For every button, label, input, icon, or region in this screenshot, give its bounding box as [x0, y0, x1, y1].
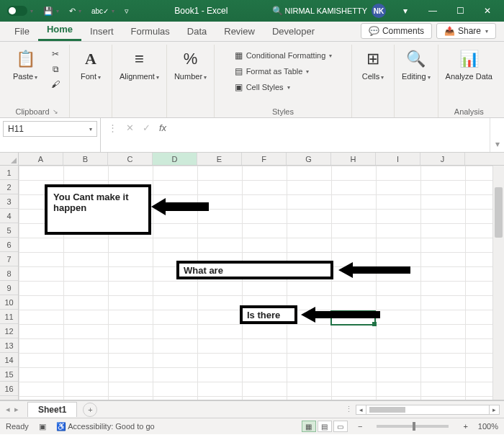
maximize-button[interactable]: ☐: [448, 3, 472, 19]
row-header-1[interactable]: 1: [0, 166, 18, 180]
text-box-2[interactable]: What are: [176, 261, 333, 279]
col-header-E[interactable]: E: [197, 153, 242, 165]
row-header-10[interactable]: 10: [0, 295, 18, 310]
row-header-8[interactable]: 8: [0, 266, 18, 281]
tab-review[interactable]: Review: [215, 22, 264, 41]
col-header-I[interactable]: I: [376, 153, 420, 165]
format-painter-button[interactable]: 🖌: [46, 78, 65, 91]
col-header-F[interactable]: F: [242, 153, 287, 165]
group-clipboard: 📋 Paste▾ ✂ ⧉ 🖌 Clipboard↘: [4, 45, 70, 117]
macro-record-icon[interactable]: ▣: [39, 422, 46, 431]
sheet-tab-sheet1[interactable]: Sheet1: [27, 402, 77, 417]
user-name: NIRMAL KAMISHETTY: [285, 6, 368, 15]
spellcheck-button[interactable]: abc✓▾: [89, 6, 117, 17]
window-title: Book1 - Excel: [132, 6, 270, 16]
formula-more[interactable]: ⋮: [108, 122, 117, 133]
autosave-toggle[interactable]: ▾: [4, 4, 36, 17]
group-cells: ⊞ Cells▾: [352, 45, 395, 117]
analyze-data-button[interactable]: 📊 Analyze Data: [443, 46, 495, 82]
normal-view-button[interactable]: ▦: [302, 421, 316, 432]
status-bar: Ready ▣ ♿ Accessibility: Good to go ▦ ▤ …: [0, 418, 504, 434]
tab-insert[interactable]: Insert: [81, 22, 122, 41]
row-header-15[interactable]: 15: [0, 367, 18, 382]
number-dropdown[interactable]: % Number▾: [171, 46, 210, 82]
tab-file[interactable]: File: [6, 22, 38, 41]
zoom-in-button[interactable]: +: [463, 422, 467, 431]
undo-button[interactable]: ↶▾: [66, 5, 84, 17]
ribbon-display-options[interactable]: ▾: [393, 3, 418, 19]
worksheet-grid[interactable]: ABCDEFGHIJ 12345678910111213141516 You C…: [0, 153, 504, 400]
toggle-icon: [7, 6, 27, 16]
row-header-3[interactable]: 3: [0, 194, 18, 209]
search-button[interactable]: 🔍: [271, 6, 285, 16]
brush-icon: 🖌: [50, 79, 60, 89]
row-header-5[interactable]: 5: [0, 223, 18, 238]
col-header-A[interactable]: A: [19, 153, 63, 165]
status-ready: Ready: [6, 422, 29, 431]
cells-dropdown[interactable]: ⊞ Cells▾: [356, 46, 390, 82]
page-break-view-button[interactable]: ▭: [333, 421, 348, 432]
col-header-B[interactable]: B: [63, 153, 108, 165]
row-header-13[interactable]: 13: [0, 338, 18, 353]
col-header-D[interactable]: D: [153, 153, 197, 165]
tab-split-handle[interactable]: ⋮: [345, 405, 353, 414]
name-box[interactable]: H11 ▾: [3, 121, 97, 137]
select-all-corner[interactable]: [0, 153, 19, 165]
tab-formulas[interactable]: Formulas: [122, 22, 179, 41]
minimize-button[interactable]: —: [420, 3, 445, 19]
row-header-2[interactable]: 2: [0, 180, 18, 194]
text-box-1[interactable]: You Cant make it happen: [45, 184, 151, 235]
row-header-6[interactable]: 6: [0, 238, 18, 252]
col-header-G[interactable]: G: [287, 153, 331, 165]
share-button[interactable]: 📤 Share ▾: [436, 23, 496, 39]
enter-formula-button[interactable]: ✓: [143, 122, 150, 133]
row-header-7[interactable]: 7: [0, 252, 18, 266]
fx-icon[interactable]: fx: [159, 122, 166, 133]
dialog-launcher-icon[interactable]: ↘: [53, 108, 58, 115]
horizontal-scrollbar[interactable]: ◂▸: [356, 405, 500, 415]
arrow-shape-2[interactable]: [338, 261, 410, 279]
font-dropdown[interactable]: A Font▾: [74, 46, 107, 82]
vertical-scrollbar[interactable]: [492, 166, 504, 400]
formula-input[interactable]: [174, 118, 490, 152]
close-button[interactable]: ✕: [475, 3, 500, 19]
accessibility-status[interactable]: ♿ Accessibility: Good to go: [56, 422, 155, 431]
tab-developer[interactable]: Developer: [264, 22, 323, 41]
editing-dropdown[interactable]: 🔍 Editing▾: [399, 46, 433, 82]
text-box-3[interactable]: Is there: [240, 305, 297, 324]
qat-customize[interactable]: ▿: [122, 5, 132, 17]
arrow-shape-1[interactable]: [151, 196, 209, 217]
col-header-C[interactable]: C: [108, 153, 153, 165]
row-header-12[interactable]: 12: [0, 324, 18, 338]
row-header-4[interactable]: 4: [0, 209, 18, 223]
row-header-14[interactable]: 14: [0, 353, 18, 367]
col-header-J[interactable]: J: [420, 153, 465, 165]
page-layout-view-button[interactable]: ▤: [318, 421, 332, 432]
sheet-nav[interactable]: ◂▸: [0, 405, 24, 414]
cut-button[interactable]: ✂: [46, 48, 65, 60]
paste-button[interactable]: 📋 Paste▾: [9, 46, 42, 82]
new-sheet-button[interactable]: +: [83, 403, 97, 417]
comments-button[interactable]: 💬 Comments: [361, 23, 432, 39]
cancel-formula-button[interactable]: ✕: [126, 122, 134, 133]
group-editing: 🔍 Editing▾: [395, 45, 438, 117]
zoom-slider[interactable]: [377, 425, 449, 428]
row-header-11[interactable]: 11: [0, 310, 18, 324]
tab-data[interactable]: Data: [179, 22, 215, 41]
arrow-shape-3[interactable]: [301, 305, 380, 324]
row-header-9[interactable]: 9: [0, 281, 18, 295]
format-as-table-button[interactable]: ▤Format as Table ▾: [230, 65, 314, 78]
tab-home[interactable]: Home: [38, 20, 81, 41]
col-header-H[interactable]: H: [331, 153, 376, 165]
conditional-formatting-button[interactable]: ▦Conditional Formatting ▾: [230, 49, 337, 62]
zoom-level[interactable]: 100%: [478, 422, 498, 431]
copy-button[interactable]: ⧉: [46, 63, 65, 76]
cell-styles-button[interactable]: ▣Cell Styles ▾: [230, 81, 294, 94]
account-area[interactable]: NIRMAL KAMISHETTY NK: [285, 4, 387, 18]
expand-formula-bar[interactable]: ▾: [490, 118, 504, 152]
zoom-out-button[interactable]: −: [358, 422, 362, 431]
alignment-dropdown[interactable]: ≡ Alignment▾: [117, 46, 162, 82]
save-button[interactable]: 💾▾: [40, 5, 62, 17]
cell-styles-icon: ▣: [234, 82, 244, 92]
row-header-16[interactable]: 16: [0, 382, 18, 396]
